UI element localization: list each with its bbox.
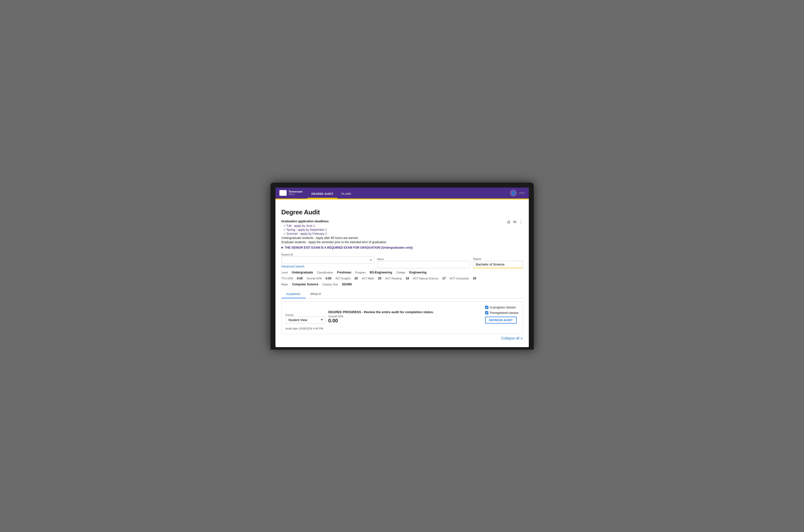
act-composite-label: ACT Composite (450, 277, 469, 280)
major-label: Major (281, 283, 288, 286)
format-row: Format Student ViewAdvisor ViewRegistrat… (286, 306, 518, 324)
search-row-1: Student ID ✕ Advanced search Name (281, 253, 523, 268)
logo-box: TT (279, 190, 287, 196)
act-reading-label: ACT Reading (385, 277, 402, 280)
tab-plans[interactable]: PLANS (337, 190, 355, 198)
audit-date-label: Audit date (286, 327, 299, 330)
logo-text: Tennessee TECH (289, 190, 303, 195)
classification-label: Classification (317, 271, 333, 274)
right-controls: In-progress classes Preregistered classe… (485, 306, 518, 324)
overall-gpa-value: 0.00 (326, 277, 331, 280)
tab-degree-audit[interactable]: DEGREE AUDIT (308, 190, 337, 198)
format-select[interactable]: Student ViewAdvisor ViewRegistration Che… (286, 316, 325, 324)
ttu-gpa-value: 0.00 (297, 277, 303, 280)
in-progress-checkbox[interactable] (485, 306, 488, 309)
format-group: Format Student ViewAdvisor ViewRegistrat… (286, 314, 325, 324)
act-natural-science-value: 17 (442, 277, 445, 280)
degree-group: Degree (473, 258, 523, 268)
deadline-summer: Summer - apply by February 1 (284, 232, 523, 235)
major-value: Computer Science (292, 283, 318, 286)
content-tabs: Academic What-If (281, 290, 523, 299)
audit-gpa-label: Overall GPA (328, 315, 482, 318)
collapse-label: Collapse all (501, 336, 519, 340)
act-reading-value: 18 (406, 277, 409, 280)
nav-tabs: DEGREE AUDIT PLANS (308, 188, 355, 198)
student-info-row-1: Level Undergraduate Classification Fresh… (281, 271, 523, 274)
deadline-spring: Spring - apply by September 1 (284, 228, 523, 231)
program-value: BS-Engineering (370, 271, 392, 274)
graduation-deadlines: Graduation application deadlines: Fall -… (281, 220, 523, 244)
info-section: 🖨 ✉ ⋮ Graduation application deadlines: … (281, 220, 523, 249)
senior-exit-notice: THE SENIOR EXIT EXAM IS A REQUIRED EXAM … (281, 246, 523, 249)
deadline-fall: Fall - apply by June 1 (284, 224, 523, 228)
in-progress-row: In-progress classes (485, 306, 516, 309)
name-label: Name (377, 258, 470, 261)
logo-tt: TT (281, 191, 285, 195)
search-section: Student ID ✕ Advanced search Name (281, 253, 523, 268)
act-composite-value: 20 (473, 277, 476, 280)
student-info-row-2: TTU GPA 0.00 Overall GPA 0.00 ACT Englis… (281, 277, 523, 280)
overall-gpa-label: Overall GPA (307, 277, 322, 280)
act-math-value: 25 (378, 277, 381, 280)
act-math-label: ACT Math (362, 277, 374, 280)
degree-label: Degree (473, 258, 523, 260)
top-accent-border (275, 198, 529, 200)
clear-student-id-btn[interactable]: ✕ (369, 258, 372, 262)
college-value: Engineering (409, 271, 426, 274)
page-title: Degree Audit (281, 208, 523, 216)
catalog-year-label: Catalog Year (322, 283, 338, 286)
level-label: Level (281, 271, 288, 274)
in-progress-label: In-progress classes (490, 306, 516, 309)
student-id-label: Student ID (281, 253, 374, 256)
deadline-list: Fall - apply by June 1 Spring - apply by… (281, 224, 523, 235)
undergrad-note: Undergraduate students - Apply after 80 … (281, 236, 523, 240)
print-icon[interactable]: 🖨 (507, 220, 511, 224)
nav-bar: TT Tennessee TECH DEGREE AUDIT PLANS 👤 (275, 188, 529, 198)
audit-date-value: 10/08/2024 4:49 PM (298, 327, 323, 330)
classification-value: Freshman (337, 271, 351, 274)
audit-date: Audit date 10/08/2024 4:49 PM (286, 327, 518, 330)
grad-note: Graduate students - Apply the semester p… (281, 241, 523, 244)
degree-input[interactable] (473, 261, 523, 268)
college-label: College (396, 271, 405, 274)
more-options-icon[interactable]: ⋮ (519, 220, 523, 224)
catalog-year-value: 202480 (342, 283, 352, 286)
preregistered-label: Preregistered classes (490, 311, 518, 315)
collapse-bar[interactable]: Collapse all ∧ (281, 334, 523, 342)
level-value: Undergraduate (292, 271, 313, 274)
audit-gpa-value: 0.00 (328, 318, 482, 324)
info-actions: 🖨 ✉ ⋮ (507, 220, 523, 224)
name-input[interactable] (377, 261, 470, 268)
refresh-audit-btn[interactable]: REFRESH AUDIT (485, 317, 517, 324)
student-id-input-wrapper: ✕ (281, 256, 374, 264)
tab-whatif[interactable]: What-If (306, 290, 326, 298)
act-english-value: 20 (354, 277, 358, 280)
act-natural-science-label: ACT Natural Science (413, 277, 439, 280)
ttu-gpa-label: TTU GPA (281, 277, 293, 280)
logo-area: TT Tennessee TECH (279, 190, 303, 196)
user-icon-btn[interactable]: 👤 (510, 190, 517, 196)
degree-progress-section: DEGREE PROGRESS - Review the entire audi… (328, 310, 482, 324)
student-id-input[interactable] (281, 256, 374, 264)
degree-progress-title: DEGREE PROGRESS - Review the entire audi… (328, 310, 482, 314)
audit-area: Format Student ViewAdvisor ViewRegistrat… (281, 302, 523, 334)
main-content: Degree Audit 🖨 ✉ ⋮ Graduation applicatio… (275, 204, 529, 347)
tab-academic[interactable]: Academic (281, 290, 306, 298)
student-info-row-3: Major Computer Science Catalog Year 2024… (281, 283, 523, 286)
advanced-search-link[interactable]: Advanced search (281, 265, 374, 268)
email-icon[interactable]: ✉ (513, 220, 516, 224)
student-id-group: Student ID ✕ Advanced search (281, 253, 374, 268)
format-label: Format (286, 314, 325, 316)
name-group: Name (377, 258, 470, 268)
nav-right: 👤 (510, 190, 525, 196)
preregistered-checkbox[interactable] (485, 311, 488, 315)
program-label: Program (355, 271, 366, 274)
user-pill (519, 192, 525, 194)
collapse-icon: ∧ (520, 336, 523, 340)
act-english-label: ACT English (335, 277, 350, 280)
preregistered-row: Preregistered classes (485, 311, 518, 315)
graduation-title: Graduation application deadlines: (281, 220, 523, 223)
